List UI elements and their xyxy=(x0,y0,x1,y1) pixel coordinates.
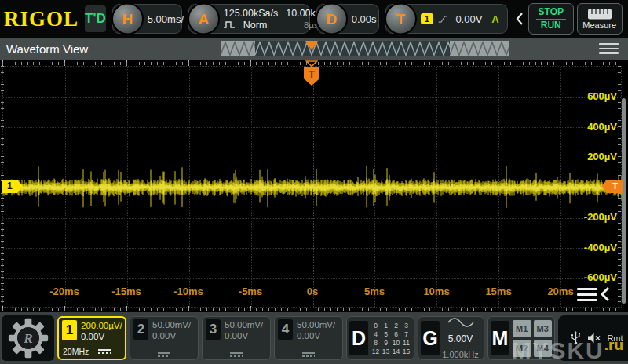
math-m2-button[interactable]: M2 xyxy=(513,340,531,357)
ch2-dc-coupling-icon xyxy=(158,352,170,357)
trigger-source-badge: 1 xyxy=(421,13,433,24)
delay-knob-icon[interactable]: D xyxy=(316,3,348,35)
t-label: -10ms xyxy=(163,286,214,297)
trigger-sweep-mode: A xyxy=(491,13,498,25)
waveform-view-title: Waveform View xyxy=(6,42,88,56)
v-label: -400µV xyxy=(584,242,617,253)
timeline-left-segment xyxy=(221,41,255,56)
t-label: -15ms xyxy=(101,286,152,297)
run-label: RUN xyxy=(541,20,561,31)
t-label: 5ms xyxy=(349,286,400,297)
svg-text:R: R xyxy=(23,331,33,346)
rigol-gear-logo[interactable]: R xyxy=(2,315,54,361)
rigol-logo: RIGOL xyxy=(4,9,78,30)
t-label: 10ms xyxy=(411,286,462,297)
ch2-scale: 50.00mV/ xyxy=(152,320,191,329)
bottom-bar: R 1 200.00µV/ 0.00V 20MHz 2 50.00mV/ xyxy=(0,312,628,364)
waveform-view-header: Waveform View xyxy=(0,38,628,60)
menu-icon[interactable] xyxy=(599,43,619,54)
oscilloscope-screen: RIGOL T'D H 5.00ms/ A 125.00kSa/s 10.00k… xyxy=(0,0,628,364)
ch1-bandwidth: 20MHz xyxy=(63,347,89,356)
v-label: -600µV xyxy=(584,271,617,283)
math-box[interactable]: M M1 M3 M2 M4 xyxy=(487,316,555,360)
math-m1-button[interactable]: M1 xyxy=(513,320,531,337)
stop-label: STOP xyxy=(539,7,564,18)
ch1-scale: 200.00µV/ xyxy=(81,321,122,330)
ch4-scale: 50.00mV/ xyxy=(297,320,335,329)
ch3-scale: 50.00mV/ xyxy=(225,320,263,329)
ch4-number-badge: 4 xyxy=(278,319,293,340)
ch3-offset: 0.00V xyxy=(225,331,248,340)
ch3-number-badge: 3 xyxy=(206,319,221,340)
t-label: 0s xyxy=(287,286,338,297)
v-label: 400µV xyxy=(587,121,617,133)
delay-value: 0.00s xyxy=(352,13,377,25)
trigger-knob-icon[interactable]: T xyxy=(385,3,417,35)
t-label: -5ms xyxy=(225,286,276,297)
ch2-offset: 0.00V xyxy=(152,331,176,340)
t-label: -20ms xyxy=(39,286,89,297)
ch2-number-badge: 2 xyxy=(133,319,148,340)
trigger-status-badge[interactable]: T'D xyxy=(85,5,106,32)
v-label: 200µV xyxy=(587,151,617,162)
trigger-button[interactable]: T 1 0.00V A xyxy=(385,4,508,34)
acquisition-knob-icon[interactable]: A xyxy=(188,3,220,35)
ch4-dc-coupling-icon xyxy=(302,352,315,357)
ruler-icon xyxy=(587,8,612,20)
generator-badge: G xyxy=(421,321,440,355)
timeline-trigger-marker-icon[interactable] xyxy=(305,41,318,56)
ch1-trace[interactable] xyxy=(3,67,623,308)
v-label: -200µV xyxy=(584,211,617,223)
channel-box-4[interactable]: 4 50.00mV/ 0.00V xyxy=(274,316,343,360)
ch1-number-badge: 1 xyxy=(62,320,77,340)
acquisition-mode: Norm xyxy=(243,20,268,31)
acquisition-info: 125.00kSa/s 10.00kpts Norm 8µs/pt xyxy=(224,8,329,31)
channel-box-1[interactable]: 1 200.00µV/ 0.00V 20MHz xyxy=(57,316,126,360)
collapse-menu-icon[interactable] xyxy=(577,285,610,304)
measure-label: Measure xyxy=(582,21,616,30)
toolbar-prev-icon[interactable] xyxy=(514,3,525,35)
toolbar-pager: STOP RUN Measure xyxy=(514,3,628,35)
timeline-right-segment xyxy=(450,41,509,56)
horizontal-scale-value: 5.00ms/ xyxy=(148,13,184,25)
channel-box-3[interactable]: 3 50.00mV/ 0.00V xyxy=(202,316,271,360)
digital-channel-grid: 0123 4567 891011 12131415 xyxy=(371,322,411,355)
math-m4-button[interactable]: M4 xyxy=(534,340,553,357)
t-label: 15ms xyxy=(473,286,524,297)
timeline-overview[interactable] xyxy=(221,41,509,56)
pulse-icon xyxy=(224,21,236,29)
math-m3-button[interactable]: M3 xyxy=(534,320,553,337)
rising-edge-icon xyxy=(438,14,448,24)
top-bar: RIGOL T'D H 5.00ms/ A 125.00kSa/s 10.00k… xyxy=(0,0,628,38)
usb-icon xyxy=(571,331,581,345)
graticule[interactable] xyxy=(2,66,622,308)
horizontal-knob-icon[interactable]: H xyxy=(111,3,144,35)
generator-voltage: 5.00V xyxy=(448,333,473,344)
stop-run-button[interactable]: STOP RUN xyxy=(528,3,574,35)
delay-button[interactable]: D 0.00s xyxy=(316,4,379,34)
bottom-ruler-minor xyxy=(2,308,622,311)
measure-button[interactable]: Measure xyxy=(577,3,623,35)
horizontal-scale-button[interactable]: H 5.00ms/ xyxy=(112,4,182,34)
ch1-offset: 0.00V xyxy=(81,332,104,341)
math-badge: M xyxy=(491,321,509,355)
trigger-level-value: 0.00V xyxy=(455,13,482,25)
trigger-position-arrow-icon[interactable] xyxy=(305,60,318,67)
gear-icon: R xyxy=(8,318,49,359)
mute-icon xyxy=(587,332,601,344)
digital-badge: D xyxy=(349,321,368,355)
remote-indicator: Rmt xyxy=(607,333,623,343)
generator-frequency: 1.000kHz xyxy=(442,350,478,359)
sine-wave-icon xyxy=(447,318,474,327)
sample-rate: 125.00kSa/s xyxy=(224,8,279,19)
ch3-dc-coupling-icon xyxy=(230,352,243,357)
ch4-offset: 0.00V xyxy=(297,331,320,340)
digital-channels-box[interactable]: D 0123 4567 891011 12131415 xyxy=(346,316,414,360)
channel-box-2[interactable]: 2 50.00mV/ 0.00V xyxy=(130,316,199,360)
acquisition-button[interactable]: A 125.00kSa/s 10.00kpts Norm 8µs/pt xyxy=(188,4,310,34)
status-box[interactable]: Rmt xyxy=(558,315,628,361)
ch1-dc-coupling-icon xyxy=(98,349,111,354)
timeline-visible-window[interactable] xyxy=(255,41,450,56)
generator-box[interactable]: G 5.00V 1.000kHz xyxy=(418,316,484,360)
vertical-scrollbar[interactable] xyxy=(622,98,626,304)
